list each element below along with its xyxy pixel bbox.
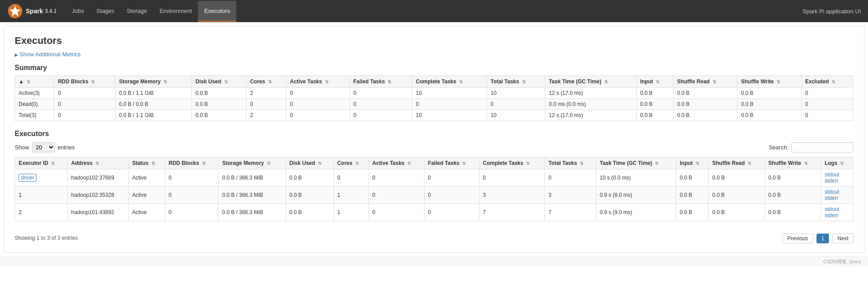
exec-col-disk[interactable]: Disk Used ⇅ — [285, 157, 333, 169]
summary-cell: 0.0 B — [192, 99, 246, 110]
footer: CSDN博客_lyons — [0, 256, 868, 267]
exec-col-tasktime[interactable]: Task Time (GC Time) ⇅ — [596, 157, 676, 169]
summary-col-failed[interactable]: Failed Tasks ⇅ — [349, 76, 412, 88]
exec-col-cores[interactable]: Cores ⇅ — [333, 157, 369, 169]
exec-col-total[interactable]: Total Tasks ⇅ — [545, 157, 596, 169]
exec-col-status[interactable]: Status ⇅ — [128, 157, 165, 169]
exec-cell: Active — [128, 204, 165, 221]
summary-col-shuffleread[interactable]: Shuffle Read ⇅ — [674, 76, 737, 88]
log-link-stdout[interactable]: stdout — [824, 206, 849, 212]
entries-select[interactable]: 20 10 50 100 — [32, 142, 55, 152]
exec-col-rdd[interactable]: RDD Blocks ⇅ — [165, 157, 218, 169]
page-content: Executors Show Additional Metrics Summar… — [4, 26, 864, 253]
spark-logo-icon — [7, 3, 23, 19]
exec-col-input[interactable]: Input ⇅ — [676, 157, 709, 169]
summary-col-excluded[interactable]: Excluded ⇅ — [801, 76, 853, 88]
exec-id-cell: driver — [15, 169, 67, 187]
exec-cell: 0.0 B — [285, 204, 333, 221]
exec-col-address[interactable]: Address ⇅ — [67, 157, 128, 169]
exec-cell: 0.0 B — [676, 204, 709, 221]
exec-cell: 0 — [333, 169, 369, 187]
table-row: driverhadoop102:37669Active00.0 B / 366.… — [15, 169, 853, 187]
summary-cell: 0.0 B — [674, 110, 737, 121]
summary-cell: 0 — [349, 110, 412, 121]
exec-cell: 0 — [424, 169, 479, 187]
summary-col-shufflewrite[interactable]: Shuffle Write ⇅ — [737, 76, 801, 88]
summary-col-id[interactable]: ▲ ⇅ — [15, 76, 54, 88]
exec-col-id[interactable]: Executor ID ⇅ — [15, 157, 67, 169]
summary-col-rdd[interactable]: RDD Blocks ⇅ — [54, 76, 115, 88]
show-entries: Show 20 10 50 100 entries — [15, 142, 75, 152]
exec-cell: 0 — [369, 169, 424, 187]
exec-col-active[interactable]: Active Tasks ⇅ — [369, 157, 424, 169]
log-link-stdout[interactable]: stdout — [824, 172, 849, 178]
summary-cell: 0.0 B — [737, 88, 801, 99]
executors-title: Executors — [15, 130, 853, 138]
summary-row: Active(3)00.0 B / 1.1 GiB0.0 B200101012 … — [15, 88, 853, 99]
summary-header-row: ▲ ⇅ RDD Blocks ⇅ Storage Memory ⇅ Disk U… — [15, 76, 853, 88]
summary-cell: 0 — [487, 99, 545, 110]
exec-cell: 0.9 s (9.0 ms) — [596, 204, 676, 221]
exec-cell: 0.0 B / 366.3 MiB — [218, 169, 285, 187]
summary-cell: 0.0 B — [737, 110, 801, 121]
exec-cell: 0.0 B — [676, 169, 709, 187]
brand-name: Spark — [26, 8, 43, 15]
summary-cell: 0.0 B / 0.0 B — [115, 99, 191, 110]
nav-jobs[interactable]: Jobs — [66, 1, 90, 22]
exec-col-shufflewrite[interactable]: Shuffle Write ⇅ — [765, 157, 821, 169]
summary-table: ▲ ⇅ RDD Blocks ⇅ Storage Memory ⇅ Disk U… — [15, 75, 853, 121]
summary-col-active[interactable]: Active Tasks ⇅ — [286, 76, 349, 88]
summary-cell: 0 — [286, 88, 349, 99]
nav-storage[interactable]: Storage — [121, 1, 154, 22]
nav-environment[interactable]: Environment — [153, 1, 198, 22]
summary-cell: 0.0 B — [674, 99, 737, 110]
exec-col-complete[interactable]: Complete Tasks ⇅ — [479, 157, 545, 169]
summary-cell: 10 — [412, 110, 487, 121]
summary-cell: 0 — [54, 88, 115, 99]
exec-cell: 0 — [424, 187, 479, 204]
page-1-button[interactable]: 1 — [816, 234, 829, 243]
search-input[interactable] — [791, 142, 853, 152]
summary-cell: 2 — [246, 110, 286, 121]
exec-col-storage[interactable]: Storage Memory ⇅ — [218, 157, 285, 169]
summary-cell: 0 — [286, 99, 349, 110]
nav-stages[interactable]: Stages — [90, 1, 120, 22]
log-link-stderr[interactable]: stderr — [824, 178, 849, 184]
app-title: Spark Pi application UI — [802, 8, 861, 15]
exec-cell: 0 — [424, 204, 479, 221]
show-metrics-link[interactable]: Show Additional Metrics — [15, 51, 81, 58]
log-link-stderr[interactable]: stderr — [824, 195, 849, 201]
summary-col-cores[interactable]: Cores ⇅ — [246, 76, 286, 88]
log-link-stdout[interactable]: stdout — [824, 189, 849, 195]
summary-cell: 0 — [54, 110, 115, 121]
exec-cell: hadoop102:35328 — [67, 187, 128, 204]
driver-link[interactable]: driver — [19, 174, 36, 182]
table-row: 1hadoop102:35328Active00.0 B / 366.3 MiB… — [15, 187, 853, 204]
summary-cell: 12 s (17.0 ms) — [545, 88, 636, 99]
exec-cell: 0.0 B — [765, 187, 821, 204]
summary-col-disk[interactable]: Disk Used ⇅ — [192, 76, 246, 88]
exec-col-failed[interactable]: Failed Tasks ⇅ — [424, 157, 479, 169]
log-link-stderr[interactable]: stderr — [824, 212, 849, 219]
summary-col-complete[interactable]: Complete Tasks ⇅ — [412, 76, 487, 88]
summary-col-total[interactable]: Total Tasks ⇅ — [487, 76, 545, 88]
summary-cell: 0.0 B — [192, 110, 246, 121]
brand: Spark 3.4.1 — [7, 3, 57, 19]
summary-col-tasktime[interactable]: Task Time (GC Time) ⇅ — [545, 76, 636, 88]
nav-links: Jobs Stages Storage Environment Executor… — [66, 1, 236, 22]
exec-col-shuffleread[interactable]: Shuffle Read ⇅ — [709, 157, 765, 169]
summary-cell: 0.0 B / 1.1 GiB — [115, 88, 191, 99]
exec-cell: hadoop101:43892 — [67, 204, 128, 221]
exec-cell: Active — [128, 169, 165, 187]
summary-col-input[interactable]: Input ⇅ — [636, 76, 673, 88]
previous-button[interactable]: Previous — [782, 234, 813, 243]
exec-cell: 0.0 B — [709, 169, 765, 187]
summary-col-storage[interactable]: Storage Memory ⇅ — [115, 76, 191, 88]
next-button[interactable]: Next — [832, 234, 853, 243]
show-label: Show — [15, 144, 29, 151]
version: 3.4.1 — [45, 8, 57, 14]
summary-cell: 0 — [412, 99, 487, 110]
summary-cell: 0.0 B — [192, 88, 246, 99]
exec-col-logs[interactable]: Logs ⇅ — [821, 157, 853, 169]
nav-executors[interactable]: Executors — [198, 1, 236, 22]
